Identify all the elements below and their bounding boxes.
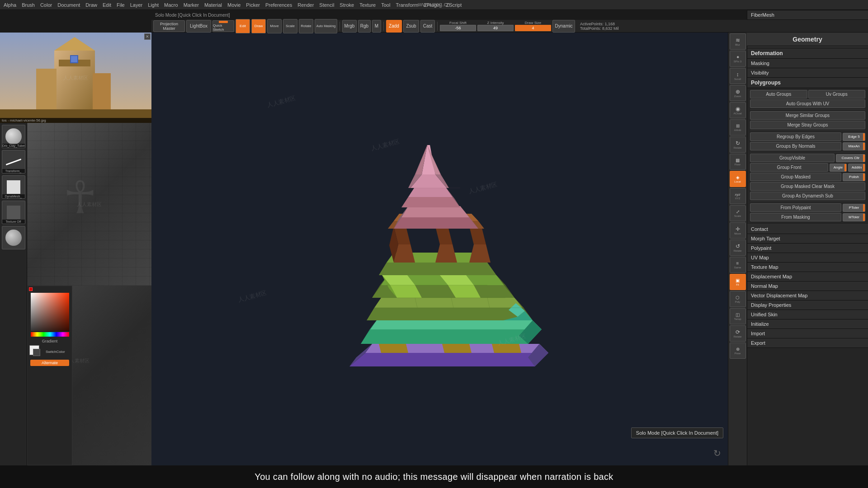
- main-viewport[interactable]: 人人素材区 人人素材区 人人素材区 人人素材区 人人素材区: [151, 33, 728, 465]
- group-masked-clear-mask-button[interactable]: Group Masked Clear Mask: [750, 182, 865, 191]
- regroup-by-edges-button[interactable]: Regroup By Edges: [750, 132, 841, 141]
- menu-layer[interactable]: Layer: [130, 2, 143, 8]
- addition-slider[interactable]: Additn: [848, 164, 865, 172]
- menu-file[interactable]: File: [117, 2, 125, 8]
- mrgb-button[interactable]: Mrgb: [342, 20, 357, 33]
- export-header[interactable]: Export: [747, 338, 868, 348]
- draw-size-control[interactable]: Draw Size 4: [515, 21, 551, 31]
- morph-target-header[interactable]: Morph Target: [747, 234, 868, 244]
- icon-btn-actual[interactable]: ◉ ACtual: [730, 102, 746, 118]
- icon-btn-poly[interactable]: ⬡ Poly: [730, 291, 746, 307]
- refresh-icon[interactable]: ↻: [713, 448, 721, 459]
- unified-skin-header[interactable]: Unified Skin: [747, 310, 868, 319]
- group-front-button[interactable]: Group Front: [750, 163, 828, 172]
- group-as-dynamesh-sub-button[interactable]: Group As Dynamesh Sub: [750, 192, 865, 200]
- background-color-swatch[interactable]: [33, 349, 40, 356]
- rgb-button[interactable]: Rgb: [358, 20, 371, 33]
- auto-groups-button[interactable]: Auto Groups: [750, 90, 807, 99]
- merge-similar-groups-button[interactable]: Merge Similar Groups: [750, 111, 865, 120]
- move-button[interactable]: Move: [267, 19, 282, 33]
- icon-btn-same[interactable]: ≡ Same: [730, 257, 746, 273]
- icon-btn-rotate[interactable]: ↻ Rotate: [730, 136, 746, 153]
- zsub-button[interactable]: Zsub: [403, 20, 419, 33]
- auto-groups-uv-button[interactable]: Auto Groups With UV: [750, 99, 865, 108]
- normal-map-header[interactable]: Normal Map: [747, 282, 868, 291]
- hue-bar[interactable]: [31, 332, 69, 337]
- import-header[interactable]: Import: [747, 329, 868, 338]
- icon-btn-fil[interactable]: ▣ Fil: [730, 274, 746, 290]
- menu-light[interactable]: Light: [148, 2, 159, 8]
- rotate-button[interactable]: Rotate: [299, 19, 313, 33]
- deformation-header[interactable]: Deformation: [747, 48, 868, 59]
- brush-thumb-0[interactable]: Orb_Clay_Tubes_5: [2, 125, 25, 148]
- lightbox-button[interactable]: LightBox: [186, 20, 211, 33]
- alternate-button[interactable]: Alternate: [30, 360, 69, 366]
- merge-stray-groups-button[interactable]: Merge Stray Groups: [750, 121, 865, 129]
- brush-thumb-2[interactable]: DynaMesh_: [2, 175, 25, 199]
- auto-masking-button[interactable]: Auto Masking: [315, 19, 337, 33]
- icon-btn-zoom[interactable]: ⊕ Zoom: [730, 85, 746, 101]
- m-button[interactable]: M: [372, 20, 381, 33]
- menu-draw[interactable]: Draw: [85, 2, 97, 8]
- menu-brush[interactable]: Brush: [22, 2, 35, 8]
- icon-btn-spix[interactable]: ✦ SPix 3: [730, 51, 746, 67]
- menu-stroke[interactable]: Stroke: [340, 2, 354, 8]
- menu-preferences[interactable]: Preferences: [265, 2, 292, 8]
- mtoler-slider[interactable]: MToler: [843, 213, 865, 221]
- vector-displacement-map-header[interactable]: Vector Displacement Map: [747, 291, 868, 300]
- projection-master-button[interactable]: Projection Master: [153, 20, 185, 32]
- edge-slider[interactable]: Edge 5: [843, 133, 865, 141]
- icon-btn-transp[interactable]: ◫ Tansp: [730, 308, 746, 324]
- quick-sketch-button[interactable]: Quick Sketch: [212, 20, 234, 32]
- menu-document[interactable]: Document: [57, 2, 80, 8]
- menu-transform[interactable]: Transform: [396, 2, 418, 8]
- initialize-header[interactable]: Initialize: [747, 319, 868, 329]
- edit-button[interactable]: Edit: [236, 19, 250, 33]
- menu-marker[interactable]: Marker: [184, 2, 199, 8]
- masking-header[interactable]: Masking: [747, 59, 868, 68]
- display-properties-header[interactable]: Display Properties: [747, 300, 868, 310]
- menu-texture[interactable]: Texture: [359, 2, 376, 8]
- covers-cltr-slider[interactable]: Covers Cltr: [836, 154, 865, 162]
- menu-tool[interactable]: Tool: [381, 2, 390, 8]
- from-masking-button[interactable]: From Masking: [750, 213, 841, 221]
- brush-thumb-4[interactable]: [2, 226, 25, 249]
- geometry-section-label[interactable]: Geometry: [747, 33, 868, 46]
- group-visible-button[interactable]: GroupVisible: [750, 154, 835, 162]
- icon-btn-move[interactable]: ✛ Move: [730, 222, 746, 239]
- menu-macro[interactable]: Macro: [164, 2, 178, 8]
- scale-button[interactable]: Scale: [283, 19, 297, 33]
- displacement-map-header[interactable]: Displacement Map: [747, 272, 868, 282]
- close-reference-button[interactable]: ✕: [144, 33, 151, 40]
- maxan-slider[interactable]: MaxAn: [843, 142, 865, 150]
- icon-btn-floor[interactable]: ▦ Floor: [730, 154, 746, 170]
- menu-render[interactable]: Render: [297, 2, 314, 8]
- menu-color[interactable]: Color: [40, 2, 52, 8]
- group-masked-button[interactable]: Group Masked: [750, 173, 841, 181]
- icon-btn-rotate3[interactable]: ⟳ Rotate: [730, 325, 746, 342]
- icon-btn-local[interactable]: ◈ Local: [730, 171, 746, 187]
- menu-stencil[interactable]: Stencil: [319, 2, 334, 8]
- icon-btn-blur[interactable]: ≋ Blur: [730, 33, 746, 50]
- from-polypaint-button[interactable]: From Polypaint: [750, 203, 841, 212]
- focal-shift-control[interactable]: Focal Shift -56: [440, 21, 476, 31]
- color-gradient[interactable]: [31, 293, 69, 331]
- z-intensity-control[interactable]: Z Intensity 49: [477, 21, 514, 31]
- zadd-button[interactable]: Zadd: [386, 20, 402, 33]
- icon-btn-pose[interactable]: ⊕ Pose: [730, 343, 746, 359]
- icon-btn-scroll[interactable]: ↕ Scroll: [730, 68, 746, 84]
- groups-by-normals-button[interactable]: Groups By Normals: [750, 142, 841, 150]
- icon-btn-aahit[interactable]: ⊞ AAHit: [730, 119, 746, 136]
- icon-btn-xyz[interactable]: xyz XYZ: [730, 188, 746, 204]
- icon-btn-scale[interactable]: ⤢ Scale: [730, 205, 746, 221]
- menu-picker[interactable]: Picker: [246, 2, 260, 8]
- menu-material[interactable]: Material: [204, 2, 222, 8]
- icon-btn-rotate2[interactable]: ↺ Rotate: [730, 239, 746, 256]
- draw-button[interactable]: Draw: [251, 19, 266, 33]
- fibermesh-header[interactable]: FiberMesh: [747, 10, 868, 20]
- dynamic-button[interactable]: Dynamic: [552, 20, 575, 33]
- polypaint-header[interactable]: Polypaint: [747, 244, 868, 253]
- texture-map-header[interactable]: Texture Map: [747, 263, 868, 272]
- menu-edit[interactable]: Edit: [103, 2, 111, 8]
- menu-alpha[interactable]: Alpha: [4, 2, 16, 8]
